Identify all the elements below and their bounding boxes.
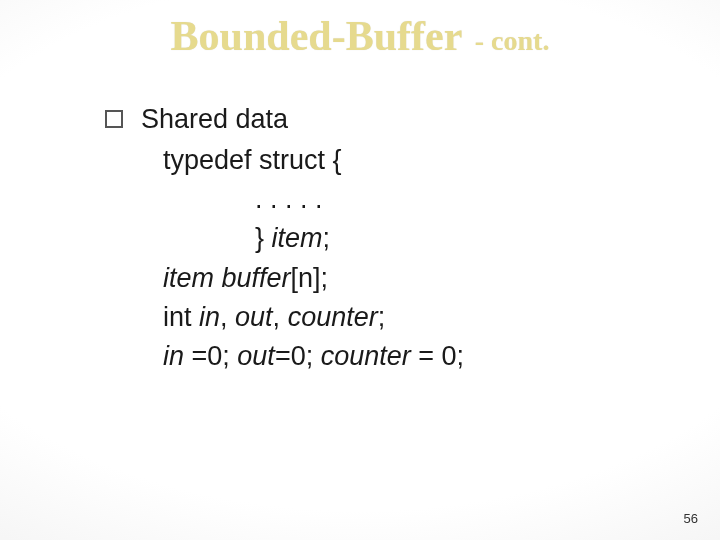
slide-content: Shared data typedef struct { . . . . . }… [105, 100, 665, 376]
title-sub: - cont. [475, 25, 550, 57]
code-line-4: item buffer[n]; [163, 259, 665, 298]
code-text: int [163, 302, 199, 332]
code-text: =0; [192, 341, 238, 371]
code-block: typedef struct { . . . . . } item; item … [163, 141, 665, 376]
code-identifier: item [163, 263, 222, 293]
code-text: } [255, 223, 272, 253]
code-text: ; [378, 302, 386, 332]
code-identifier: buffer [222, 263, 291, 293]
code-text: , [273, 302, 288, 332]
code-identifier: counter [321, 341, 419, 371]
page-number: 56 [684, 511, 698, 526]
code-line-5: int in, out, counter; [163, 298, 665, 337]
code-line-3: } item; [255, 219, 665, 258]
code-line-2: . . . . . [255, 180, 665, 219]
bullet-item: Shared data [105, 100, 665, 139]
bullet-label: Shared data [141, 100, 288, 139]
code-identifier: item [272, 223, 323, 253]
code-text: [n]; [291, 263, 329, 293]
code-identifier: in [199, 302, 220, 332]
code-line-1: typedef struct { [163, 141, 665, 180]
code-text: =0; [275, 341, 321, 371]
code-identifier: out [235, 302, 273, 332]
square-bullet-icon [105, 110, 123, 128]
code-text: ; [323, 223, 331, 253]
code-line-6: in =0; out=0; counter = 0; [163, 337, 665, 376]
code-identifier: out [237, 341, 275, 371]
code-identifier: counter [288, 302, 378, 332]
code-identifier: in [163, 341, 192, 371]
code-text: = 0; [418, 341, 464, 371]
slide-title: Bounded-Buffer - cont. [0, 12, 720, 60]
code-text: , [220, 302, 235, 332]
title-main: Bounded-Buffer [171, 12, 463, 60]
